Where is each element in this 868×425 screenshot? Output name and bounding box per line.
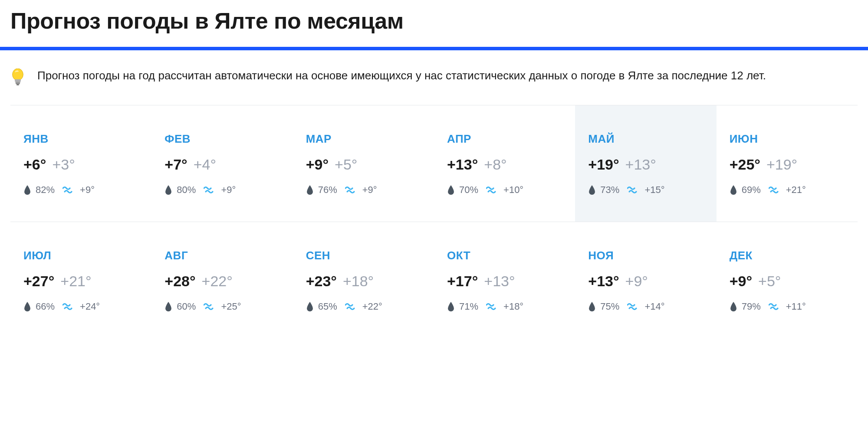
temp-high: +17° bbox=[447, 273, 478, 290]
humidity-icon bbox=[306, 185, 314, 195]
water-temp-icon bbox=[769, 302, 782, 311]
month-details: 69%+21° bbox=[730, 184, 845, 196]
month-card[interactable]: ЯНВ+6°+3°82%+9° bbox=[10, 105, 151, 222]
month-details: 79%+11° bbox=[730, 301, 845, 312]
water-temp-value: +9° bbox=[362, 184, 377, 196]
water-temp-icon bbox=[345, 186, 358, 194]
temp-low: +4° bbox=[194, 156, 216, 173]
water-temp-icon bbox=[486, 186, 499, 194]
lightbulb-icon bbox=[10, 69, 25, 89]
month-details: 71%+18° bbox=[447, 301, 562, 312]
month-card[interactable]: ИЮН+25°+19°69%+21° bbox=[717, 105, 858, 222]
humidity-value: 75% bbox=[600, 301, 619, 312]
month-name: ФЕВ bbox=[164, 132, 279, 146]
month-temps: +7°+4° bbox=[164, 156, 279, 173]
page-title: Прогноз погоды в Ялте по месяцам bbox=[10, 0, 858, 47]
water-temp-value: +10° bbox=[503, 184, 523, 196]
humidity-icon bbox=[23, 302, 31, 311]
month-name: ЯНВ bbox=[23, 132, 138, 146]
water-temp-value: +22° bbox=[362, 301, 382, 312]
months-grid: ЯНВ+6°+3°82%+9°ФЕВ+7°+4°80%+9°МАР+9°+5°7… bbox=[10, 105, 858, 338]
month-details: 60%+25° bbox=[164, 301, 279, 312]
humidity-value: 70% bbox=[459, 184, 478, 196]
humidity-value: 73% bbox=[600, 184, 619, 196]
humidity-icon bbox=[164, 302, 172, 311]
month-name: МАР bbox=[306, 132, 421, 146]
humidity-value: 76% bbox=[318, 184, 337, 196]
svg-rect-2 bbox=[16, 82, 20, 83]
humidity-icon bbox=[164, 185, 172, 195]
water-temp-value: +18° bbox=[503, 301, 523, 312]
humidity-icon bbox=[23, 185, 31, 195]
month-card[interactable]: ИЮЛ+27°+21°66%+24° bbox=[10, 222, 151, 338]
water-temp-value: +9° bbox=[80, 184, 95, 196]
humidity-value: 69% bbox=[742, 184, 761, 196]
temp-high: +9° bbox=[730, 273, 752, 290]
humidity-icon bbox=[730, 185, 737, 195]
temp-low: +22° bbox=[202, 273, 233, 290]
month-card[interactable]: МАЙ+19°+13°73%+15° bbox=[575, 105, 716, 222]
month-name: МАЙ bbox=[588, 132, 703, 146]
water-temp-icon bbox=[62, 186, 76, 194]
temp-high: +25° bbox=[730, 156, 760, 173]
svg-rect-3 bbox=[16, 83, 20, 84]
month-temps: +27°+21° bbox=[23, 273, 138, 290]
month-details: 66%+24° bbox=[23, 301, 138, 312]
water-temp-icon bbox=[486, 302, 499, 311]
month-name: АВГ bbox=[164, 249, 279, 262]
water-temp-icon bbox=[62, 302, 76, 311]
month-details: 73%+15° bbox=[588, 184, 703, 196]
month-card[interactable]: НОЯ+13°+9°75%+14° bbox=[575, 222, 716, 338]
month-card[interactable]: АПР+13°+8°70%+10° bbox=[434, 105, 575, 222]
humidity-icon bbox=[447, 302, 455, 311]
temp-low: +19° bbox=[766, 156, 797, 173]
humidity-icon bbox=[588, 185, 596, 195]
month-card[interactable]: МАР+9°+5°76%+9° bbox=[293, 105, 434, 222]
water-temp-value: +15° bbox=[644, 184, 664, 196]
temp-high: +9° bbox=[306, 156, 329, 173]
svg-rect-4 bbox=[16, 84, 19, 85]
humidity-value: 66% bbox=[36, 301, 55, 312]
water-temp-value: +21° bbox=[786, 184, 806, 196]
month-card[interactable]: ФЕВ+7°+4°80%+9° bbox=[151, 105, 293, 222]
month-temps: +9°+5° bbox=[306, 156, 421, 173]
month-details: 65%+22° bbox=[306, 301, 421, 312]
water-temp-value: +25° bbox=[221, 301, 241, 312]
temp-low: +13° bbox=[625, 156, 656, 173]
temp-high: +27° bbox=[23, 273, 54, 290]
humidity-icon bbox=[588, 302, 596, 311]
accent-bar bbox=[0, 47, 868, 50]
month-card[interactable]: ОКТ+17°+13°71%+18° bbox=[434, 222, 575, 338]
water-temp-value: +24° bbox=[80, 301, 100, 312]
temp-high: +19° bbox=[588, 156, 619, 173]
water-temp-icon bbox=[627, 302, 640, 311]
month-name: АПР bbox=[447, 132, 562, 146]
info-text: Прогноз погоды на год рассчитан автомати… bbox=[37, 68, 766, 84]
month-temps: +23°+18° bbox=[306, 273, 421, 290]
month-card[interactable]: СЕН+23°+18°65%+22° bbox=[293, 222, 434, 338]
month-name: ИЮН bbox=[730, 132, 845, 146]
month-card[interactable]: АВГ+28°+22°60%+25° bbox=[151, 222, 293, 338]
water-temp-icon bbox=[204, 186, 217, 194]
month-name: ИЮЛ bbox=[23, 249, 138, 262]
humidity-value: 60% bbox=[177, 301, 196, 312]
water-temp-value: +11° bbox=[786, 301, 806, 312]
month-temps: +25°+19° bbox=[730, 156, 845, 173]
water-temp-value: +14° bbox=[644, 301, 664, 312]
temp-low: +8° bbox=[484, 156, 506, 173]
temp-high: +13° bbox=[447, 156, 478, 173]
temp-high: +6° bbox=[23, 156, 46, 173]
water-temp-icon bbox=[204, 302, 217, 311]
month-name: ДЕК bbox=[730, 249, 845, 262]
month-details: 82%+9° bbox=[23, 184, 138, 196]
humidity-icon bbox=[447, 185, 455, 195]
temp-low: +3° bbox=[52, 156, 75, 173]
month-card[interactable]: ДЕК+9°+5°79%+11° bbox=[717, 222, 858, 338]
month-name: НОЯ bbox=[588, 249, 703, 262]
water-temp-value: +9° bbox=[221, 184, 236, 196]
humidity-value: 80% bbox=[177, 184, 196, 196]
month-details: 76%+9° bbox=[306, 184, 421, 196]
humidity-icon bbox=[306, 302, 314, 311]
water-temp-icon bbox=[769, 186, 782, 194]
month-temps: +19°+13° bbox=[588, 156, 703, 173]
